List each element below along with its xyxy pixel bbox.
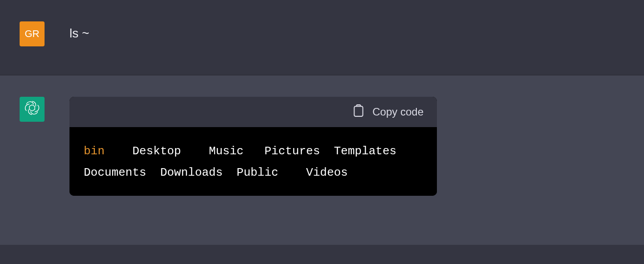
code-token: Desktop	[132, 144, 181, 158]
assistant-message-row: Copy code bin Desktop Music Pictures Tem…	[0, 75, 644, 245]
code-token: Downloads	[160, 166, 223, 179]
clipboard-icon	[353, 104, 364, 120]
assistant-avatar	[20, 97, 45, 122]
svg-marker-0	[29, 105, 35, 111]
user-message-row: GR ls ~	[0, 0, 644, 75]
code-token: Templates	[334, 144, 396, 158]
code-block: Copy code bin Desktop Music Pictures Tem…	[69, 97, 437, 196]
code-token-bin: bin	[84, 144, 105, 158]
copy-code-button[interactable]: Copy code	[353, 104, 424, 120]
code-token: Videos	[306, 166, 348, 179]
svg-rect-1	[355, 106, 363, 116]
copy-code-label: Copy code	[372, 106, 424, 118]
assistant-message-content: Copy code bin Desktop Music Pictures Tem…	[69, 97, 437, 196]
code-block-header: Copy code	[69, 97, 437, 127]
openai-logo-icon	[24, 99, 41, 119]
user-message-text: ls ~	[69, 21, 89, 41]
code-block-body[interactable]: bin Desktop Music Pictures Templates Doc…	[69, 127, 437, 196]
code-token: Music	[209, 144, 244, 158]
code-token: Public	[236, 166, 278, 179]
code-token: Pictures	[265, 144, 320, 158]
user-avatar-initials: GR	[25, 28, 40, 40]
code-token: Documents	[84, 166, 146, 179]
user-avatar: GR	[20, 21, 45, 46]
